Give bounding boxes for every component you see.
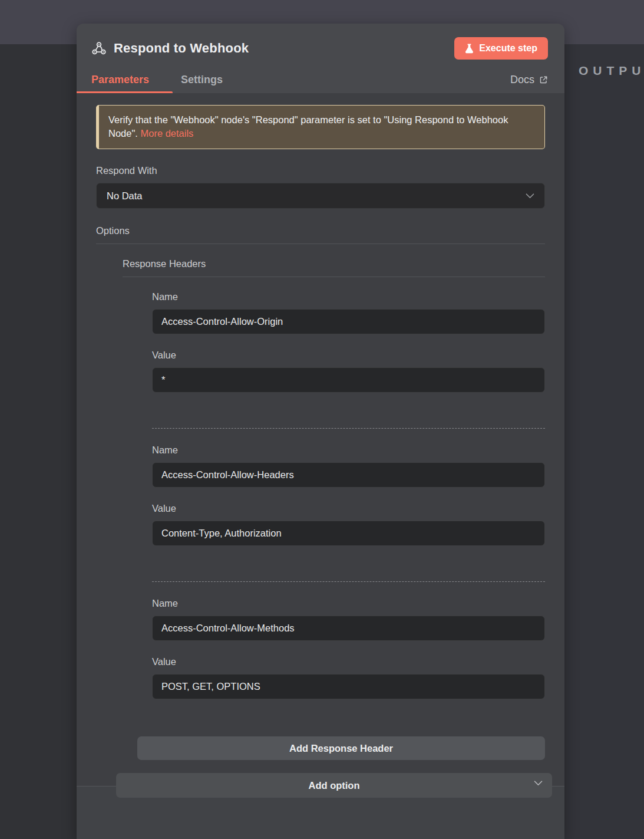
value-label: Value (152, 350, 545, 361)
execute-step-button[interactable]: Execute step (454, 37, 548, 60)
name-label: Name (152, 291, 545, 302)
header-2-value-input[interactable] (152, 521, 545, 546)
node-title: Respond to Webhook (114, 41, 249, 56)
flask-icon (465, 44, 474, 54)
header-1-value-input[interactable] (152, 367, 545, 393)
header-entry-3: Name Value (152, 581, 545, 699)
node-settings-panel: Respond to Webhook Execute step Paramete… (77, 24, 564, 839)
header-1-name-input[interactable] (152, 309, 545, 334)
active-tab-underline (77, 91, 173, 93)
chevron-down-icon (534, 781, 543, 786)
add-option-button[interactable]: Add option (116, 773, 552, 798)
webhook-icon (91, 41, 107, 56)
output-panel-title: OUTPUT (579, 64, 644, 78)
value-label: Value (152, 503, 545, 514)
panel-header: Respond to Webhook Execute step Paramete… (77, 24, 564, 93)
response-headers-title: Response Headers (123, 258, 545, 269)
header-3-value-input[interactable] (152, 674, 545, 699)
tab-settings[interactable]: Settings (181, 74, 223, 86)
external-link-icon (539, 75, 548, 84)
docs-link[interactable]: Docs (510, 74, 548, 86)
tabs-row: Parameters Settings Docs (77, 66, 564, 93)
header-entries: Name Value Name Value Name Value (152, 277, 545, 699)
response-headers-group: Response Headers Name Value Name Value N… (123, 258, 545, 798)
title-row: Respond to Webhook Execute step (91, 24, 548, 60)
output-panel-background (564, 44, 644, 839)
respond-with-select[interactable]: No Data (96, 183, 545, 209)
header-entry-2: Name Value (152, 428, 545, 546)
value-label: Value (152, 656, 545, 667)
docs-label: Docs (510, 74, 534, 86)
options-divider (96, 244, 545, 244)
options-label: Options (96, 225, 545, 236)
chevron-down-icon (526, 193, 534, 199)
respond-parameter-notice: Verify that the "Webhook" node's "Respon… (96, 105, 545, 149)
header-2-name-input[interactable] (152, 462, 545, 488)
name-label: Name (152, 445, 545, 456)
header-entry-1: Name Value (152, 277, 545, 393)
respond-with-label: Respond With (96, 165, 545, 176)
tab-parameters[interactable]: Parameters (91, 74, 149, 86)
header-3-name-input[interactable] (152, 616, 545, 641)
respond-with-value: No Data (107, 190, 143, 202)
add-option-label: Add option (116, 780, 552, 791)
parameters-panel: Verify that the "Webhook" node's "Respon… (77, 93, 564, 786)
name-label: Name (152, 598, 545, 609)
more-details-link[interactable]: More details (140, 128, 193, 139)
execute-step-label: Execute step (479, 43, 537, 54)
add-response-header-button[interactable]: Add Response Header (137, 736, 545, 760)
